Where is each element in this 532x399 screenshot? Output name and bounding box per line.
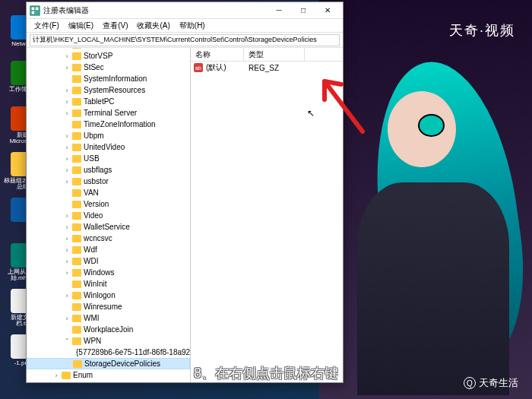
svg-rect-3 <box>32 11 35 14</box>
col-type[interactable]: 类型 <box>244 48 305 61</box>
tree-label: WMI <box>84 314 100 322</box>
expand-icon[interactable]: › <box>63 258 71 265</box>
tree-label: {577289b6-6e75-11df-86f8-18a925160fe0} <box>76 348 191 356</box>
tree-label: WinInit <box>84 280 107 288</box>
expand-icon[interactable]: › <box>63 315 71 322</box>
menu-item[interactable]: 收藏夹(A) <box>132 21 174 31</box>
tree-node[interactable]: ›SystemResources <box>27 84 190 96</box>
tree-node[interactable]: ›StSec <box>27 62 190 73</box>
tree-label: Enum <box>73 371 93 379</box>
folder-icon <box>72 144 81 151</box>
tree-node[interactable]: ›TabletPC <box>27 96 190 107</box>
tree-node[interactable]: ›Windows <box>27 267 190 278</box>
tree-label: USB <box>84 154 100 163</box>
tree-node[interactable]: ›Video <box>27 210 190 221</box>
expand-icon[interactable]: › <box>63 292 71 299</box>
expand-icon[interactable]: › <box>63 109 71 117</box>
tree-node[interactable]: WorkplaceJoin <box>27 324 190 335</box>
tree-node[interactable]: Winresume <box>27 301 190 312</box>
folder-icon <box>72 292 81 299</box>
tree-label: StSec <box>84 63 104 71</box>
tree-node[interactable]: StorageDevicePolicies <box>27 358 190 369</box>
folder-icon <box>72 189 81 197</box>
folder-icon <box>72 155 81 163</box>
expand-icon[interactable]: › <box>63 144 71 151</box>
tree-label: WPN <box>84 337 101 345</box>
tree-label: TimeZoneInformation <box>84 120 156 128</box>
tree-node[interactable]: ›WDI <box>27 255 190 267</box>
folder-icon <box>72 212 81 220</box>
tree-node[interactable]: WinInit <box>27 278 190 290</box>
registry-tree[interactable]: SrpExtensionConfig›StillImage›Storage›St… <box>27 48 191 382</box>
list-header: 名称 类型 <box>191 48 343 62</box>
list-row[interactable]: ab(默认)REG_SZ <box>191 62 343 74</box>
titlebar[interactable]: 注册表编辑器 ─ □ ✕ <box>27 2 343 19</box>
expand-icon[interactable]: › <box>63 212 71 220</box>
tree-node[interactable]: ›StorVSP <box>27 50 190 62</box>
expand-icon[interactable]: › <box>63 98 71 106</box>
menu-item[interactable]: 查看(V) <box>98 21 132 31</box>
address-bar <box>27 33 343 48</box>
tree-node[interactable]: SystemInformation <box>27 73 190 84</box>
tree-node[interactable]: {577289b6-6e75-11df-86f8-18a925160fe0} <box>27 347 190 358</box>
tree-node[interactable]: ›WMI <box>27 312 190 324</box>
folder-icon <box>72 315 81 322</box>
minimize-button[interactable]: ─ <box>267 3 291 18</box>
tree-node[interactable]: ›WalletService <box>27 221 190 233</box>
tree-label: SystemInformation <box>84 74 147 83</box>
magnifier-icon: Q <box>464 377 476 389</box>
expand-icon[interactable]: ˅ <box>63 337 71 345</box>
folder-icon <box>72 337 81 345</box>
tree-node[interactable]: ›Winlogon <box>27 290 190 301</box>
expand-icon[interactable]: › <box>63 178 71 185</box>
expand-icon[interactable]: › <box>63 132 71 140</box>
menu-item[interactable]: 编辑(E) <box>64 21 98 31</box>
expand-icon[interactable]: › <box>63 269 71 277</box>
folder-icon <box>72 280 81 288</box>
expand-icon[interactable]: › <box>63 246 71 254</box>
tree-label: UnitedVideo <box>84 143 125 151</box>
expand-icon[interactable]: › <box>63 64 71 71</box>
tree-node[interactable]: ›Terminal Server <box>27 107 190 119</box>
expand-icon[interactable]: › <box>63 235 71 242</box>
expand-icon[interactable]: › <box>63 155 71 163</box>
tree-label: StorageDevicePolicies <box>84 359 160 368</box>
close-button[interactable]: ✕ <box>315 3 340 18</box>
tree-label: Terminal Server <box>84 109 137 117</box>
tree-node[interactable]: Version <box>27 198 190 210</box>
folder-icon <box>72 235 81 242</box>
tree-label: Ubpm <box>84 131 104 140</box>
tree-label: StorPort <box>84 48 112 49</box>
address-input[interactable] <box>30 34 340 46</box>
value-list[interactable]: 名称 类型 ab(默认)REG_SZ <box>191 48 343 382</box>
tree-node[interactable]: ›UnitedVideo <box>27 141 190 153</box>
expand-icon[interactable]: › <box>63 48 71 49</box>
tree-node[interactable]: ›wcncsvc <box>27 233 190 244</box>
tree-label: TabletPC <box>84 97 115 106</box>
tree-node[interactable]: ›Ubpm <box>27 130 190 141</box>
folder-icon <box>72 326 81 334</box>
col-name[interactable]: 名称 <box>191 48 244 61</box>
expand-icon[interactable]: › <box>63 87 71 94</box>
tree-node[interactable]: ›USB <box>27 153 190 164</box>
tree-node[interactable]: ›Wdf <box>27 244 190 255</box>
menu-item[interactable]: 文件(F) <box>30 21 64 31</box>
tree-node[interactable]: VAN <box>27 187 190 198</box>
expand-icon[interactable]: › <box>63 52 71 60</box>
folder-icon <box>72 303 81 311</box>
menu-item[interactable]: 帮助(H) <box>175 21 210 31</box>
tree-label: usbstor <box>84 177 109 185</box>
expand-icon[interactable]: › <box>63 166 71 174</box>
folder-icon <box>72 132 81 140</box>
tree-label: Video <box>84 211 103 220</box>
expand-icon[interactable]: › <box>63 223 71 231</box>
tree-node[interactable]: TimeZoneInformation <box>27 119 190 130</box>
expand-icon[interactable]: › <box>52 372 60 379</box>
tree-node[interactable]: ›usbstor <box>27 176 190 187</box>
tree-node[interactable]: ›Enum <box>27 369 190 381</box>
maximize-button[interactable]: □ <box>291 3 315 18</box>
tree-label: WorkplaceJoin <box>84 325 133 334</box>
tree-node[interactable]: ›usbflags <box>27 164 190 176</box>
tree-node[interactable]: ˅WPN <box>27 335 190 347</box>
desktop-background: Network工作簿1...新建 Microso...标题组2( 年终总结上网从… <box>0 0 532 399</box>
